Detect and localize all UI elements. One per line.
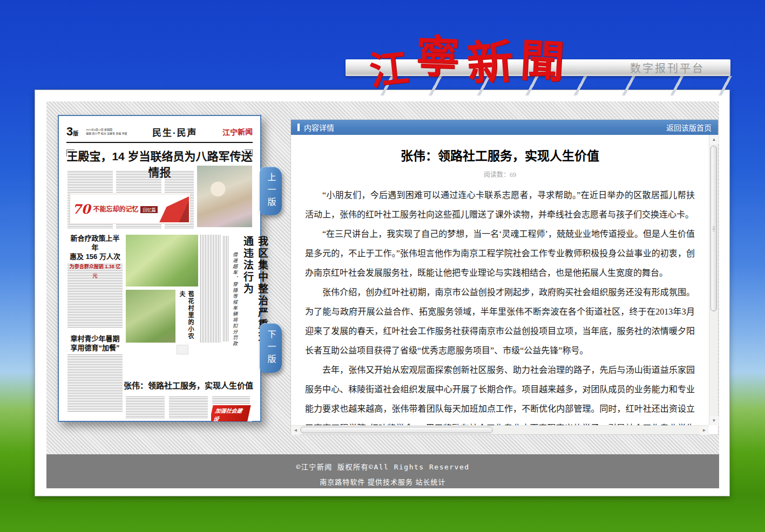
page-footer: ©江宁新闻 版权所有©All Rights Reserved 南京路特软件 提供… bbox=[46, 454, 719, 488]
thumb-grip-icon bbox=[713, 226, 715, 231]
newspaper-header: 3版 2015年8月13日 星期四 编辑 周小平 校对 沈婷玉 美编 李媛 民生… bbox=[66, 122, 253, 141]
article-title: 张伟：领路社工服务，实现人生价值 bbox=[305, 146, 695, 164]
photo-caption: 苞花村里的小农夫 bbox=[178, 291, 195, 343]
article-paragraph: 去年，张伟又开始从宏观层面探索创新社区服务、助力社会治理的路子，先后与汤山街道益… bbox=[305, 360, 695, 425]
traffic-article-subtitle: 借道超车、穿插等候车辆将扣分罚款 bbox=[232, 252, 239, 349]
simulated-text-column bbox=[169, 397, 208, 419]
back-to-front-link[interactable]: 返回该版首页 bbox=[666, 122, 712, 133]
article-paragraph: 张伟介绍，创办红叶社初期，南京市公益创投才刚起步，政府购买社会组织服务还没有形成… bbox=[305, 283, 695, 360]
content-background: 3版 2015年8月13日 星期四 编辑 周小平 校对 沈婷玉 美编 李媛 民生… bbox=[46, 101, 719, 454]
site-logo: 江寧新聞 bbox=[368, 21, 584, 84]
site-stats-link[interactable]: 站长统计 bbox=[416, 478, 446, 486]
next-page-button[interactable]: 下一版 bbox=[260, 323, 282, 373]
vertical-scroll-thumb[interactable] bbox=[710, 146, 717, 311]
photo-elderly-man bbox=[197, 166, 252, 227]
horizontal-scrollbar[interactable]: ◄ ► bbox=[291, 425, 709, 434]
logo-char: 寧 bbox=[415, 21, 461, 86]
photo-credit-box bbox=[177, 345, 188, 354]
tech-provider: 南京路特软件 提供技术服务 bbox=[320, 478, 413, 486]
scroll-left-icon[interactable]: ◄ bbox=[291, 426, 300, 435]
photo-garden-1 bbox=[126, 235, 198, 287]
article-paragraph: “在三尺讲台上，我实现了自己的梦想，当一名‘灵魂工程师’，兢兢业业地传道授业。但… bbox=[305, 224, 695, 283]
newspaper-masthead: 江宁新闻 bbox=[222, 126, 253, 138]
badge-text: 不能忘却的记忆 回忆篇 bbox=[93, 204, 158, 214]
page-number: 3版 bbox=[66, 125, 78, 139]
simulated-text-column bbox=[212, 397, 250, 404]
section-title: 民生·民声 bbox=[127, 125, 222, 139]
logo-char: 聞 bbox=[519, 24, 566, 91]
platform-label: 数字报刊平台 bbox=[630, 60, 730, 76]
panel-title: 内容详情 bbox=[304, 122, 334, 133]
horizontal-scroll-thumb[interactable] bbox=[300, 427, 493, 433]
feature-article-headline: 张伟：领路社工服务，实现人生价值 bbox=[124, 379, 253, 391]
memory-70-badge: 70 不能忘却的记忆 回忆篇 bbox=[70, 194, 191, 224]
main-container: 3版 2015年8月13日 星期四 编辑 周小平 校对 沈婷玉 美编 李媛 民生… bbox=[35, 90, 730, 496]
page: 江寧新聞 数字报刊平台 3版 2015年8月13日 星期四 编辑 周小平 校对 … bbox=[0, 0, 765, 532]
newspaper-dateline: 2015年8月13日 星期四 编辑 周小平 校对 沈婷玉 美编 李媛 bbox=[86, 128, 127, 135]
simulated-text-column bbox=[67, 354, 123, 413]
scroll-right-icon[interactable]: ► bbox=[700, 426, 709, 435]
scroll-up-icon[interactable]: ▲ bbox=[709, 135, 719, 144]
youth-article-title: 章村青少年暑期 享用德育“加餐” bbox=[67, 334, 123, 352]
vertical-scrollbar[interactable]: ▲ ▼ bbox=[709, 135, 718, 425]
scroll-down-icon[interactable]: ▼ bbox=[709, 416, 719, 425]
header-rule bbox=[66, 142, 253, 143]
red-flag-graphic bbox=[154, 196, 189, 222]
prev-page-button[interactable]: 上一版 bbox=[260, 167, 282, 215]
logo-char: 江 bbox=[366, 36, 411, 96]
social-governance-banner: 加强社会建设 创新社会治理 主办:江宁区社建工委 bbox=[211, 405, 252, 421]
panel-header: 内容详情 返回该版首页 bbox=[291, 120, 718, 135]
simulated-text-column bbox=[67, 264, 123, 329]
newspaper-thumbnail[interactable]: 3版 2015年8月13日 星期四 编辑 周小平 校对 沈婷玉 美编 李媛 民生… bbox=[58, 115, 261, 422]
read-count: 阅读数：69 bbox=[305, 169, 695, 179]
logo-char: 新 bbox=[464, 23, 516, 94]
copyright-line: ©江宁新闻 版权所有©All Rights Reserved bbox=[46, 454, 719, 472]
article-paragraph: “小朋友们，今后遇到困难可以通过连心卡联系志愿者，寻求帮助。”在近日举办的区散居… bbox=[305, 186, 695, 224]
simulated-vertical-text bbox=[200, 235, 221, 343]
simulated-text-column bbox=[126, 397, 165, 419]
article-panel: 内容详情 返回该版首页 张伟：领路社工服务，实现人生价值 阅读数：69 “小朋友… bbox=[290, 119, 719, 435]
panel-title-marker-icon bbox=[297, 124, 300, 131]
photo-garden-2 bbox=[126, 290, 175, 343]
article-body: 张伟：领路社工服务，实现人生价值 阅读数：69 “小朋友们，今后遇到困难可以通过… bbox=[291, 135, 709, 425]
badge-number: 70 bbox=[72, 201, 90, 217]
simulated-vertical-text bbox=[223, 236, 229, 342]
credits-line: 南京路特软件 提供技术服务 站长统计 bbox=[46, 472, 719, 487]
